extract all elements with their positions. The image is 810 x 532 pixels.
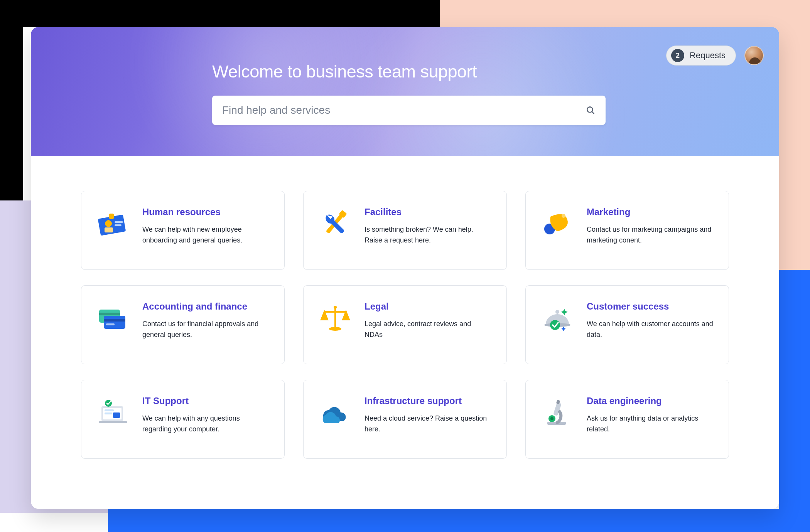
card-desc: We can help with new employee onboarding… xyxy=(142,224,269,246)
credit-cards-icon xyxy=(97,303,129,335)
card-legal[interactable]: Legal Legal advice, contract reviews and… xyxy=(303,285,507,364)
card-title: Legal xyxy=(364,301,491,312)
laptop-check-icon xyxy=(97,397,129,429)
portal-container: 2 Requests Welcome to business team supp… xyxy=(31,27,779,509)
card-desc: We can help with customer accounts and d… xyxy=(587,319,713,340)
card-desc: Need a cloud service? Raise a question h… xyxy=(364,413,491,435)
card-title: Facilites xyxy=(364,207,491,217)
microscope-icon xyxy=(541,397,574,429)
card-title: Marketing xyxy=(587,207,713,217)
card-desc: We can help with any questions regarding… xyxy=(142,413,269,435)
svg-point-20 xyxy=(334,306,337,309)
card-customer-success[interactable]: Customer success We can help with custom… xyxy=(525,285,729,364)
svg-point-35 xyxy=(550,417,554,420)
card-title: Data engineering xyxy=(587,396,713,406)
svg-rect-27 xyxy=(105,409,114,411)
megaphone-icon xyxy=(541,208,574,241)
tools-icon xyxy=(319,208,351,241)
card-desc: Contact us for marketing campaigns and m… xyxy=(587,224,713,246)
svg-rect-4 xyxy=(105,227,113,232)
card-desc: Ask us for anything data or analytics re… xyxy=(587,413,713,435)
card-it-support[interactable]: IT Support We can help with any question… xyxy=(81,380,285,459)
svg-rect-5 xyxy=(115,221,123,223)
id-badge-icon xyxy=(97,208,129,241)
svg-point-11 xyxy=(562,214,565,218)
svg-point-3 xyxy=(105,220,112,227)
requests-count-badge: 2 xyxy=(671,49,684,62)
cloud-icon xyxy=(319,397,351,429)
requests-button[interactable]: 2 Requests xyxy=(666,45,736,66)
card-desc: Legal advice, contract reviews and NDAs xyxy=(364,319,491,340)
card-title: Customer success xyxy=(587,301,713,312)
hero-banner: 2 Requests Welcome to business team supp… xyxy=(31,27,779,156)
scales-icon xyxy=(319,303,351,335)
svg-rect-14 xyxy=(104,316,125,329)
svg-rect-7 xyxy=(109,214,114,219)
card-title: Human resources xyxy=(142,207,269,217)
svg-point-19 xyxy=(329,327,341,331)
svg-point-22 xyxy=(555,310,559,314)
search-input[interactable] xyxy=(222,104,586,116)
requests-label: Requests xyxy=(690,51,726,61)
user-avatar[interactable] xyxy=(744,46,764,65)
cloche-check-icon xyxy=(541,303,574,335)
svg-rect-15 xyxy=(104,319,125,322)
card-infrastructure-support[interactable]: Infrastructure support Need a cloud serv… xyxy=(303,380,507,459)
card-data-engineering[interactable]: Data engineering Ask us for anything dat… xyxy=(525,380,729,459)
card-desc: Is something broken? We can help. Raise … xyxy=(364,224,491,246)
svg-rect-28 xyxy=(105,412,112,414)
svg-rect-6 xyxy=(115,224,122,226)
card-title: Infrastructure support xyxy=(364,396,491,406)
card-title: Accounting and finance xyxy=(142,301,269,312)
card-title: IT Support xyxy=(142,396,269,406)
card-desc: Contact us for financial approvals and g… xyxy=(142,319,269,340)
svg-point-23 xyxy=(550,320,560,330)
svg-rect-13 xyxy=(99,313,120,315)
card-human-resources[interactable]: Human resources We can help with new emp… xyxy=(81,191,285,270)
svg-rect-16 xyxy=(106,323,115,325)
search-bar[interactable] xyxy=(212,96,606,125)
svg-rect-29 xyxy=(113,412,120,418)
card-accounting-finance[interactable]: Accounting and finance Contact us for fi… xyxy=(81,285,285,364)
svg-rect-26 xyxy=(99,421,127,423)
card-facilities[interactable]: Facilites Is something broken? We can he… xyxy=(303,191,507,270)
category-grid: Human resources We can help with new emp… xyxy=(31,156,779,482)
svg-line-1 xyxy=(592,111,594,113)
card-marketing[interactable]: Marketing Contact us for marketing campa… xyxy=(525,191,729,270)
search-icon xyxy=(586,105,596,115)
